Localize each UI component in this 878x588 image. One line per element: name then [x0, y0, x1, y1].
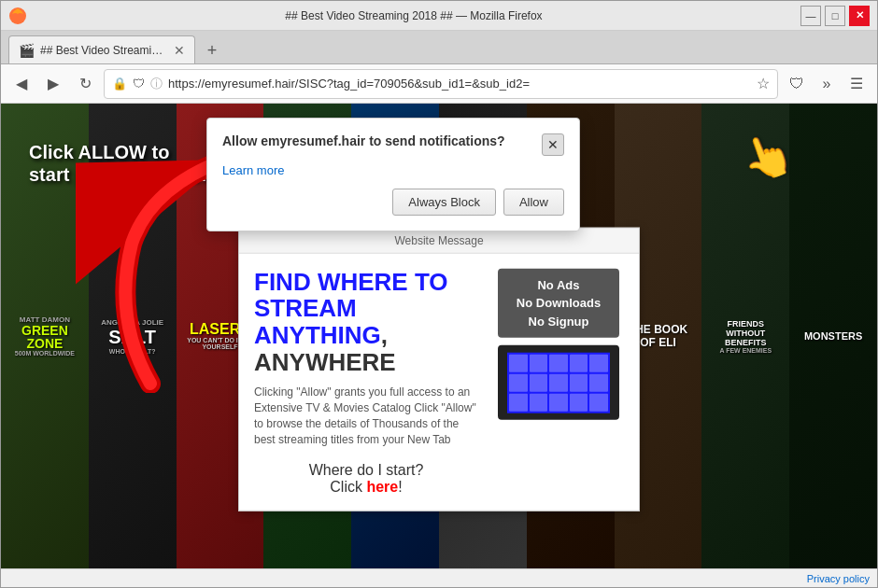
- new-tab-button[interactable]: +: [199, 37, 225, 63]
- laptop-image: [498, 345, 619, 420]
- shield-icon[interactable]: 🛡: [784, 71, 810, 97]
- website-message-description: Clicking "Allow" grants you full access …: [254, 385, 478, 447]
- window-controls: — □ ✕: [800, 6, 870, 26]
- status-bar: Privacy policy: [1, 568, 877, 587]
- dialog-buttons: Always Block Allow: [222, 189, 564, 216]
- overlay-text: Click ALLOW tostart playing your vi...: [29, 141, 222, 186]
- tab-title: ## Best Video Streaming 2: [40, 44, 164, 57]
- browser-window: ## Best Video Streaming 2018 ## — Mozill…: [0, 0, 878, 588]
- website-message-content: FIND WHERE TO STREAM ANYTHING, ANYWHERE …: [254, 269, 478, 497]
- title-bar: ## Best Video Streaming 2018 ## — Mozill…: [1, 1, 877, 31]
- back-button[interactable]: ◀: [8, 71, 35, 97]
- active-tab[interactable]: 🎬 ## Best Video Streaming 2 ✕: [8, 35, 195, 63]
- tab-bar: 🎬 ## Best Video Streaming 2 ✕ +: [1, 31, 877, 64]
- website-message-title: FIND WHERE TO STREAM ANYTHING, ANYWHERE: [254, 269, 478, 375]
- website-message-popup: Website Message FIND WHERE TO STREAM ANY…: [238, 228, 640, 512]
- window-title: ## Best Video Streaming 2018 ## — Mozill…: [27, 9, 800, 22]
- address-bar: ◀ ▶ ↻ 🔒 🛡 ⓘ https://emyresumef.hair/SISC…: [1, 64, 877, 104]
- privacy-icon: 🔒: [112, 77, 127, 91]
- learn-more-link[interactable]: Learn more: [222, 163, 564, 177]
- tab-favicon: 🎬: [19, 43, 35, 58]
- tab-close-button[interactable]: ✕: [174, 43, 185, 58]
- no-ads-badge: No Ads No Downloads No Signup: [498, 269, 619, 339]
- website-message-cta: Where do I start? Click here!: [254, 462, 478, 496]
- always-block-button[interactable]: Always Block: [392, 189, 496, 216]
- maximize-button[interactable]: □: [825, 6, 845, 26]
- dialog-title: Allow emyresumef.hair to send notificati…: [222, 133, 542, 148]
- close-button[interactable]: ✕: [849, 6, 870, 26]
- address-bar-input-wrap: 🔒 🛡 ⓘ https://emyresumef.hair/SISC?tag_i…: [104, 69, 778, 99]
- privacy-policy-link[interactable]: Privacy policy: [807, 573, 870, 584]
- bookmark-star[interactable]: ☆: [757, 75, 770, 92]
- menu-icon[interactable]: ☰: [843, 71, 870, 97]
- forward-button[interactable]: ▶: [40, 71, 66, 97]
- notification-dialog: Allow emyresumef.hair to send notificati…: [206, 118, 580, 231]
- reload-button[interactable]: ↻: [72, 71, 98, 97]
- firefox-logo: [8, 7, 27, 25]
- content-area: MATT DAMON GREENZONE 500M WORLDWIDE ANGE…: [1, 104, 877, 587]
- dialog-header: Allow emyresumef.hair to send notificati…: [222, 133, 564, 156]
- minimize-button[interactable]: —: [800, 6, 821, 26]
- info-icon: ⓘ: [150, 76, 163, 92]
- overflow-icon[interactable]: »: [814, 71, 840, 97]
- dialog-close-button[interactable]: ✕: [542, 133, 564, 156]
- allow-button[interactable]: Allow: [503, 189, 564, 216]
- toolbar-icons: 🛡 » ☰: [784, 71, 870, 97]
- poster-monsters: MONSTERS: [789, 104, 877, 568]
- url-display[interactable]: https://emyresumef.hair/SISC?tag_id=7090…: [168, 77, 751, 91]
- website-message-header: Website Message: [239, 229, 639, 254]
- secure-icon: 🛡: [133, 77, 145, 91]
- click-here-link[interactable]: here: [366, 479, 398, 495]
- website-message-right: No Ads No Downloads No Signup: [493, 269, 624, 497]
